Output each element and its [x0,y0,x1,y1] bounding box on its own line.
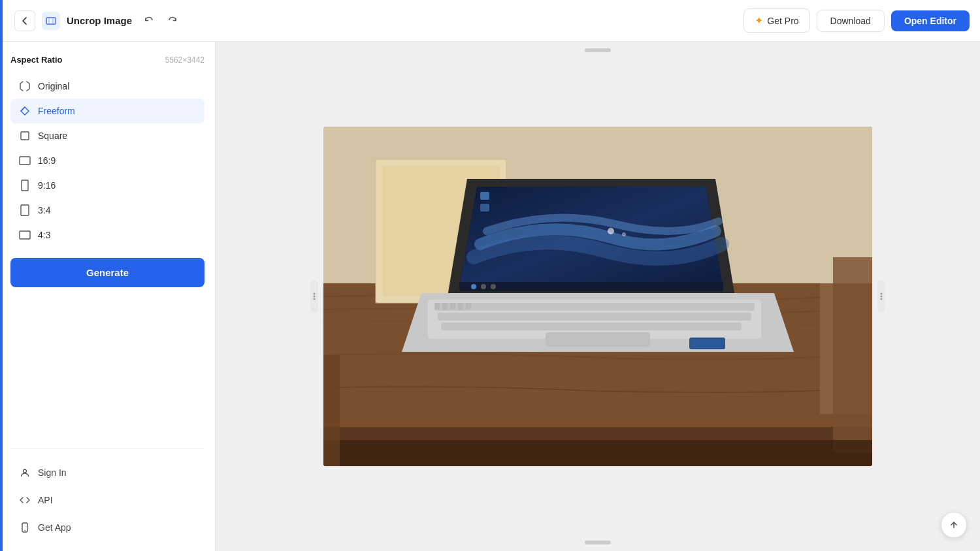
ratio-3-4[interactable]: 3:4 [10,198,204,223]
phone-icon [18,521,31,534]
scroll-indicator-top [585,48,611,52]
svg-point-43 [881,293,883,295]
ratio-freeform-label: Freeform [38,106,75,116]
download-label: Download [830,16,871,26]
svg-rect-1 [21,132,29,140]
svg-point-10 [314,296,316,298]
undo-redo-group [139,10,183,31]
svg-point-44 [881,296,883,298]
svg-rect-28 [480,204,489,212]
svg-rect-3 [22,180,28,191]
ratio-list: Original Freeform [10,74,204,247]
get-app-item[interactable]: Get App [10,514,204,541]
code-icon [18,494,31,507]
section-title: Aspect Ratio [10,55,62,65]
page-title: Uncrop Image [67,15,132,26]
svg-point-8 [24,530,25,531]
aspect-ratio-section: Aspect Ratio 5562×3442 Original [10,55,204,449]
svg-point-9 [314,293,316,295]
svg-rect-27 [480,192,489,200]
section-header: Aspect Ratio 5562×3442 [10,55,204,65]
svg-rect-38 [546,332,650,347]
ratio-original-label: Original [38,81,69,91]
sign-in-item[interactable]: Sign In [10,460,204,486]
square-icon [18,129,31,142]
ratio-9-16-icon [18,179,31,192]
svg-rect-33 [434,303,440,309]
svg-point-23 [481,284,486,289]
open-editor-label: Open Editor [904,16,956,26]
star-icon: ✦ [755,14,763,27]
svg-point-6 [24,469,27,473]
ratio-16-9-icon [18,154,31,167]
ratio-4-3[interactable]: 4:3 [10,223,204,247]
right-resize-handle[interactable] [877,280,885,313]
undo-button[interactable] [139,10,159,31]
scroll-indicator-bottom [585,541,611,544]
svg-rect-37 [466,303,471,309]
person-icon [18,466,31,479]
scroll-to-top-button[interactable] [941,512,967,538]
ratio-4-3-icon [18,228,31,242]
get-pro-label: Get Pro [767,16,798,26]
svg-rect-34 [442,303,448,309]
section-meta: 5562×3442 [165,55,204,65]
svg-rect-5 [20,231,30,239]
svg-point-22 [471,284,476,289]
svg-point-11 [314,298,316,300]
svg-point-24 [491,284,496,289]
sidebar: Aspect Ratio 5562×3442 Original [0,42,216,551]
ratio-16-9[interactable]: 16:9 [10,148,204,173]
main-image [323,127,872,466]
laptop-scene-svg [323,127,872,466]
left-resize-handle[interactable] [310,280,318,313]
sign-in-label: Sign In [38,467,67,478]
ratio-9-16[interactable]: 9:16 [10,173,204,198]
canvas-area [216,42,980,551]
svg-rect-30 [434,303,755,311]
ratio-square-label: Square [38,131,67,141]
svg-rect-41 [323,440,872,466]
svg-rect-40 [693,340,722,347]
download-button[interactable]: Download [817,10,885,32]
ratio-3-4-label: 3:4 [38,205,50,215]
svg-rect-4 [21,205,29,215]
sidebar-footer: Sign In API Get App [10,449,204,541]
freeform-icon [18,104,31,118]
svg-rect-32 [441,323,742,330]
svg-rect-36 [458,303,463,309]
tool-icon [42,12,60,30]
ratio-freeform[interactable]: Freeform [10,99,204,123]
ratio-16-9-label: 16:9 [38,155,56,166]
svg-rect-0 [46,18,56,24]
open-editor-button[interactable]: Open Editor [891,10,970,31]
svg-point-26 [622,232,626,236]
ratio-original[interactable]: Original [10,74,204,99]
ratio-9-16-label: 9:16 [38,180,56,191]
redo-button[interactable] [162,10,183,31]
generate-button[interactable]: Generate [10,258,204,287]
original-icon [18,80,31,93]
svg-rect-21 [459,282,723,291]
ratio-3-4-icon [18,204,31,217]
svg-rect-42 [323,355,340,466]
api-item[interactable]: API [10,487,204,513]
header-right: ✦ Get Pro Download Open Editor [743,8,970,33]
svg-point-25 [608,228,614,234]
ratio-square[interactable]: Square [10,123,204,148]
svg-rect-35 [450,303,455,309]
svg-rect-2 [20,157,30,165]
left-accent [0,0,3,551]
svg-point-45 [881,298,883,300]
svg-rect-17 [833,257,872,453]
back-button[interactable] [14,10,35,31]
header-left: Uncrop Image [14,10,736,31]
svg-rect-31 [438,313,751,321]
get-pro-button[interactable]: ✦ Get Pro [743,8,809,33]
ratio-4-3-label: 4:3 [38,230,50,240]
api-label: API [38,495,53,505]
get-app-label: Get App [38,522,71,533]
image-container [323,127,872,466]
